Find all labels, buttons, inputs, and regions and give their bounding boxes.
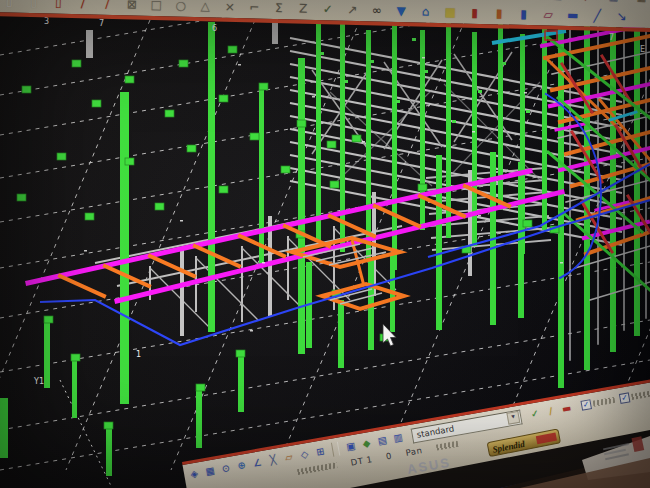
select-grid-icon[interactable]: ▤ bbox=[376, 435, 389, 446]
status-device: DT 1 bbox=[350, 454, 373, 468]
snap-toggle-2[interactable]: ✓ bbox=[619, 388, 650, 404]
square-tool-icon[interactable]: □ bbox=[149, 0, 163, 11]
snap-grid-icon[interactable]: ▦ bbox=[203, 466, 216, 477]
monitor-photo: 3 7 6 7 E Y1 1 ▣⊞▤◆▥▦ ▯▯▯∕∕⊠□○△×⌐ΣZ✓↗∞▼⌂… bbox=[0, 0, 650, 488]
check-icon[interactable]: ✓ bbox=[321, 3, 335, 15]
close-x-icon[interactable]: × bbox=[223, 1, 237, 13]
eraser-red-icon[interactable]: ▯ bbox=[51, 0, 65, 9]
circle-tool-icon[interactable]: ○ bbox=[174, 0, 188, 12]
page-new-icon[interactable]: ▯ bbox=[2, 0, 16, 8]
mini-icon-5[interactable]: ▥ bbox=[607, 0, 621, 2]
svg-text:6: 6 bbox=[212, 24, 217, 33]
snap-points-icon[interactable]: ◈ bbox=[188, 468, 201, 479]
mini-icon-3[interactable]: ▤ bbox=[551, 0, 565, 1]
filter-funnel-icon[interactable]: ▼ bbox=[394, 5, 408, 17]
boxed-x-icon[interactable]: ⊠ bbox=[125, 0, 139, 11]
snap-angle-icon[interactable]: ∠ bbox=[251, 457, 264, 468]
snap-intersect-icon[interactable]: ⊕ bbox=[235, 460, 248, 471]
snap-cross-icon[interactable]: ╳ bbox=[266, 454, 279, 465]
column-red-icon[interactable]: ▮ bbox=[468, 7, 482, 19]
triangle-tool-icon[interactable]: △ bbox=[198, 0, 212, 12]
red-pen-icon[interactable]: ∕ bbox=[100, 0, 114, 10]
toolbar-separator bbox=[331, 442, 340, 457]
yellow-panel-icon[interactable]: ■ bbox=[443, 6, 457, 18]
select-comp-icon[interactable]: ▥ bbox=[391, 432, 404, 443]
snap-diamond-icon[interactable]: ◇ bbox=[298, 449, 311, 460]
sum-icon[interactable]: Σ bbox=[272, 2, 286, 14]
mini-icon-4[interactable]: ◆ bbox=[579, 0, 593, 2]
snap-check-icon[interactable]: ✓ bbox=[528, 408, 541, 419]
select-parts-icon[interactable]: ◆ bbox=[360, 438, 373, 449]
snap-toggle-1[interactable]: ✓ bbox=[580, 395, 615, 411]
ortho-icon[interactable]: ▬ bbox=[560, 403, 573, 414]
mini-icon-6[interactable]: ▦ bbox=[635, 0, 649, 3]
svg-text:E: E bbox=[640, 45, 645, 54]
status-mode: Pan bbox=[405, 445, 423, 458]
status-count: 0 bbox=[385, 451, 393, 462]
column-orange-icon[interactable]: ▮ bbox=[492, 7, 506, 19]
combo-dropdown-icon[interactable]: ▾ bbox=[506, 411, 520, 425]
page-copy-icon[interactable]: ▯ bbox=[27, 0, 41, 8]
svg-text:7: 7 bbox=[609, 33, 614, 42]
svg-text:3: 3 bbox=[44, 17, 49, 26]
column-blue-icon[interactable]: ▮ bbox=[517, 8, 531, 20]
snap-label-blur bbox=[593, 397, 616, 407]
snap-box-icon[interactable]: ⊞ bbox=[314, 446, 327, 457]
pencil-icon[interactable]: ∕ bbox=[544, 405, 557, 416]
red-marker-icon[interactable]: ∕ bbox=[76, 0, 90, 9]
status-blur-text-2 bbox=[435, 441, 458, 451]
svg-text:Y1: Y1 bbox=[33, 377, 44, 386]
home-view-icon[interactable]: ⌂ bbox=[419, 5, 433, 17]
snap-center-icon[interactable]: ⊙ bbox=[219, 463, 232, 474]
snap-plane-icon[interactable]: ▱ bbox=[282, 452, 295, 463]
binoculars-icon[interactable]: ∞ bbox=[370, 4, 384, 16]
z-tool-icon[interactable]: Z bbox=[296, 2, 310, 14]
svg-text:7: 7 bbox=[99, 19, 104, 28]
svg-text:1: 1 bbox=[136, 350, 141, 359]
footing-icon[interactable]: ▱ bbox=[541, 8, 555, 20]
status-blur-text bbox=[297, 462, 337, 475]
select-filter-icon[interactable]: ▣ bbox=[344, 441, 357, 452]
arrow-ne-icon[interactable]: ↗ bbox=[345, 4, 359, 16]
beam-icon[interactable]: ▬ bbox=[566, 9, 580, 21]
beam-slant-icon[interactable]: ╱ bbox=[590, 10, 604, 22]
beam-arrow-icon[interactable]: ↘ bbox=[615, 10, 629, 22]
snap-label-blur bbox=[631, 390, 650, 400]
corner-tool-icon[interactable]: ⌐ bbox=[247, 1, 261, 13]
